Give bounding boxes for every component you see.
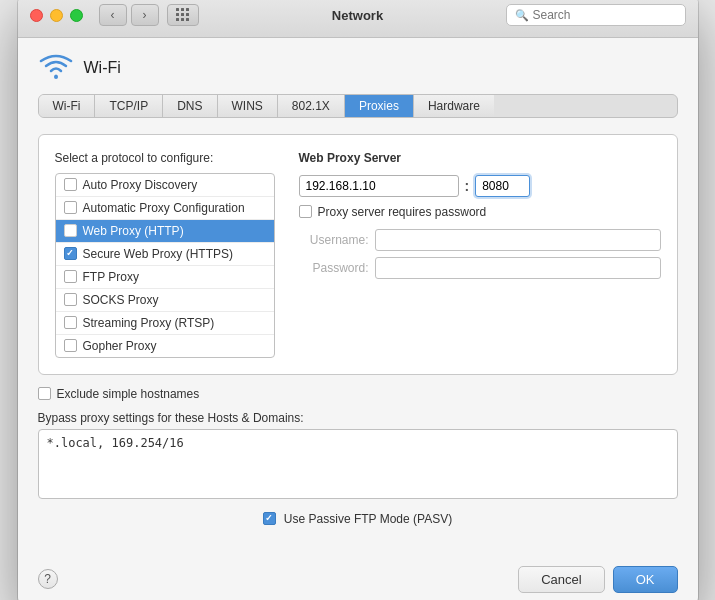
protocol-gopher-label: Gopher Proxy <box>83 339 157 353</box>
bypass-label: Bypass proxy settings for these Hosts & … <box>38 411 678 425</box>
protocol-auto-config[interactable]: Automatic Proxy Configuration <box>56 197 274 220</box>
exclude-label: Exclude simple hostnames <box>57 387 200 401</box>
username-input[interactable] <box>375 229 661 251</box>
protocol-ftp[interactable]: FTP Proxy <box>56 266 274 289</box>
network-window: ‹ › Network 🔍 Wi-Fi <box>18 0 698 600</box>
grid-button[interactable] <box>167 4 199 26</box>
protocol-auto-discovery[interactable]: Auto Proxy Discovery <box>56 174 274 197</box>
search-box[interactable]: 🔍 <box>506 4 686 26</box>
protocol-section: Select a protocol to configure: Auto Pro… <box>55 151 275 358</box>
bottom-bar: ? Cancel OK <box>18 556 698 601</box>
tab-tcpip[interactable]: TCP/IP <box>95 95 163 117</box>
protocol-auto-discovery-label: Auto Proxy Discovery <box>83 178 198 192</box>
back-button[interactable]: ‹ <box>99 4 127 26</box>
tab-hardware[interactable]: Hardware <box>414 95 494 117</box>
checkbox-secure-https[interactable] <box>64 247 77 260</box>
forward-button[interactable]: › <box>131 4 159 26</box>
title-bar: ‹ › Network 🔍 <box>18 0 698 38</box>
username-label: Username: <box>299 233 369 247</box>
colon-separator: : <box>465 178 470 194</box>
minimize-button[interactable] <box>50 9 63 22</box>
action-buttons: Cancel OK <box>518 566 677 593</box>
protocol-secure-https[interactable]: Secure Web Proxy (HTTPS) <box>56 243 274 266</box>
protocol-socks[interactable]: SOCKS Proxy <box>56 289 274 312</box>
tab-wifi[interactable]: Wi-Fi <box>39 95 96 117</box>
wifi-icon <box>38 54 74 82</box>
passive-ftp-row: Use Passive FTP Mode (PASV) <box>38 512 678 526</box>
protocol-auto-config-label: Automatic Proxy Configuration <box>83 201 245 215</box>
password-row: Password: <box>299 257 661 279</box>
close-button[interactable] <box>30 9 43 22</box>
checkbox-auto-config[interactable] <box>64 201 77 214</box>
protocol-ftp-label: FTP Proxy <box>83 270 139 284</box>
protocol-section-label: Select a protocol to configure: <box>55 151 275 165</box>
protocol-socks-label: SOCKS Proxy <box>83 293 159 307</box>
checkbox-auto-discovery[interactable] <box>64 178 77 191</box>
tab-dns[interactable]: DNS <box>163 95 217 117</box>
nav-buttons: ‹ › <box>99 4 159 26</box>
traffic-lights <box>30 9 83 22</box>
search-icon: 🔍 <box>515 9 529 22</box>
checkbox-requires-password[interactable] <box>299 205 312 218</box>
bypass-textarea[interactable]: *.local, 169.254/16 <box>38 429 678 499</box>
protocol-secure-https-label: Secure Web Proxy (HTTPS) <box>83 247 233 261</box>
checkbox-streaming-rtsp[interactable] <box>64 316 77 329</box>
grid-icon <box>176 8 190 22</box>
svg-point-0 <box>54 75 58 79</box>
password-label: Password: <box>299 261 369 275</box>
tabs-bar: Wi-Fi TCP/IP DNS WINS 802.1X Proxies Har… <box>38 94 678 118</box>
content-area: Wi-Fi Wi-Fi TCP/IP DNS WINS 802.1X Proxi… <box>18 38 698 556</box>
checkbox-web-http[interactable] <box>64 224 77 237</box>
server-port-input[interactable] <box>475 175 530 197</box>
server-address-row: : <box>299 175 661 197</box>
checkbox-passive-ftp[interactable] <box>263 512 276 525</box>
help-button[interactable]: ? <box>38 569 58 589</box>
wifi-label: Wi-Fi <box>84 59 121 77</box>
cancel-button[interactable]: Cancel <box>518 566 604 593</box>
server-section: Web Proxy Server : Proxy server requires… <box>299 151 661 358</box>
wifi-header: Wi-Fi <box>38 54 678 82</box>
tab-proxies[interactable]: Proxies <box>345 95 414 117</box>
checkbox-exclude-simple[interactable] <box>38 387 51 400</box>
tab-8021x[interactable]: 802.1X <box>278 95 345 117</box>
maximize-button[interactable] <box>70 9 83 22</box>
protocol-list: Auto Proxy Discovery Automatic Proxy Con… <box>55 173 275 358</box>
checkbox-gopher[interactable] <box>64 339 77 352</box>
password-toggle-row: Proxy server requires password <box>299 205 661 219</box>
search-input[interactable] <box>533 8 677 22</box>
protocol-web-http[interactable]: Web Proxy (HTTP) <box>56 220 274 243</box>
password-input[interactable] <box>375 257 661 279</box>
ok-button[interactable]: OK <box>613 566 678 593</box>
server-ip-input[interactable] <box>299 175 459 197</box>
protocol-streaming-rtsp[interactable]: Streaming Proxy (RTSP) <box>56 312 274 335</box>
checkbox-ftp[interactable] <box>64 270 77 283</box>
checkbox-socks[interactable] <box>64 293 77 306</box>
protocol-streaming-rtsp-label: Streaming Proxy (RTSP) <box>83 316 215 330</box>
requires-password-label: Proxy server requires password <box>318 205 487 219</box>
exclude-row: Exclude simple hostnames <box>38 387 678 401</box>
protocol-web-http-label: Web Proxy (HTTP) <box>83 224 184 238</box>
tab-wins[interactable]: WINS <box>218 95 278 117</box>
main-panel: Select a protocol to configure: Auto Pro… <box>38 134 678 375</box>
username-row: Username: <box>299 229 661 251</box>
window-title: Network <box>332 8 383 23</box>
server-title: Web Proxy Server <box>299 151 661 165</box>
protocol-gopher[interactable]: Gopher Proxy <box>56 335 274 357</box>
passive-ftp-label: Use Passive FTP Mode (PASV) <box>284 512 452 526</box>
